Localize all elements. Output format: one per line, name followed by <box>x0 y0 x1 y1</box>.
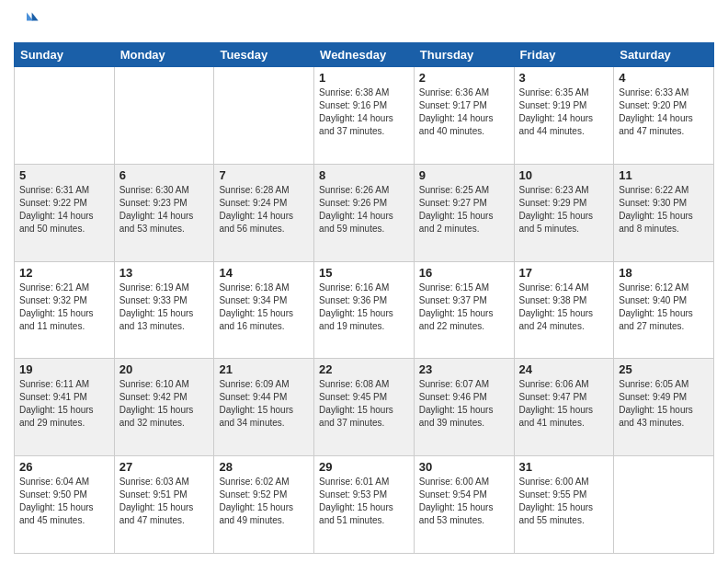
col-header-wednesday: Wednesday <box>314 43 415 67</box>
day-number: 17 <box>519 266 609 280</box>
svg-marker-0 <box>32 13 39 21</box>
cal-cell: 4Sunrise: 6:33 AM Sunset: 9:20 PM Daylig… <box>614 67 714 165</box>
cal-cell: 31Sunrise: 6:00 AM Sunset: 9:55 PM Dayli… <box>514 456 614 554</box>
day-number: 11 <box>619 168 709 182</box>
col-header-thursday: Thursday <box>414 43 514 67</box>
cal-cell: 18Sunrise: 6:12 AM Sunset: 9:40 PM Dayli… <box>614 261 714 359</box>
cal-cell: 20Sunrise: 6:10 AM Sunset: 9:42 PM Dayli… <box>114 359 214 456</box>
cal-cell: 13Sunrise: 6:19 AM Sunset: 9:33 PM Dayli… <box>114 261 214 359</box>
cal-cell: 3Sunrise: 6:35 AM Sunset: 9:19 PM Daylig… <box>514 67 614 165</box>
day-info: Sunrise: 6:28 AM Sunset: 9:24 PM Dayligh… <box>219 184 309 236</box>
cal-cell: 16Sunrise: 6:15 AM Sunset: 9:37 PM Dayli… <box>414 261 514 359</box>
day-info: Sunrise: 6:33 AM Sunset: 9:20 PM Dayligh… <box>619 86 709 138</box>
day-info: Sunrise: 6:12 AM Sunset: 9:40 PM Dayligh… <box>619 282 709 333</box>
day-info: Sunrise: 6:30 AM Sunset: 9:23 PM Dayligh… <box>119 184 210 236</box>
cal-cell: 10Sunrise: 6:23 AM Sunset: 9:29 PM Dayli… <box>514 164 614 261</box>
day-info: Sunrise: 6:22 AM Sunset: 9:30 PM Dayligh… <box>619 184 709 236</box>
day-number: 26 <box>19 460 109 474</box>
day-number: 18 <box>619 266 709 280</box>
day-info: Sunrise: 6:00 AM Sunset: 9:54 PM Dayligh… <box>419 476 509 527</box>
day-info: Sunrise: 6:26 AM Sunset: 9:26 PM Dayligh… <box>319 184 409 236</box>
day-number: 25 <box>619 362 709 376</box>
col-header-friday: Friday <box>514 43 614 67</box>
cal-cell: 22Sunrise: 6:08 AM Sunset: 9:45 PM Dayli… <box>314 359 415 456</box>
cal-cell: 30Sunrise: 6:00 AM Sunset: 9:54 PM Dayli… <box>414 456 514 554</box>
cal-cell <box>15 67 115 165</box>
day-number: 8 <box>319 168 409 182</box>
day-number: 31 <box>519 460 609 474</box>
cal-cell: 5Sunrise: 6:31 AM Sunset: 9:22 PM Daylig… <box>15 164 115 261</box>
day-info: Sunrise: 6:02 AM Sunset: 9:52 PM Dayligh… <box>219 476 309 527</box>
cal-cell: 8Sunrise: 6:26 AM Sunset: 9:26 PM Daylig… <box>314 164 415 261</box>
logo <box>14 9 41 35</box>
day-number: 4 <box>619 71 709 85</box>
day-number: 16 <box>419 266 509 280</box>
cal-cell: 21Sunrise: 6:09 AM Sunset: 9:44 PM Dayli… <box>214 359 314 456</box>
day-number: 13 <box>119 266 210 280</box>
day-number: 3 <box>519 71 609 85</box>
cal-cell: 15Sunrise: 6:16 AM Sunset: 9:36 PM Dayli… <box>314 261 415 359</box>
day-info: Sunrise: 6:31 AM Sunset: 9:22 PM Dayligh… <box>19 184 109 236</box>
cal-cell: 23Sunrise: 6:07 AM Sunset: 9:46 PM Dayli… <box>414 359 514 456</box>
cal-cell: 19Sunrise: 6:11 AM Sunset: 9:41 PM Dayli… <box>15 359 115 456</box>
day-number: 30 <box>419 460 509 474</box>
header <box>14 9 714 35</box>
page: SundayMondayTuesdayWednesdayThursdayFrid… <box>0 0 728 563</box>
day-number: 5 <box>19 168 109 182</box>
day-number: 12 <box>19 266 109 280</box>
day-number: 24 <box>519 362 609 376</box>
day-info: Sunrise: 6:05 AM Sunset: 9:49 PM Dayligh… <box>619 378 709 430</box>
day-number: 19 <box>19 362 109 376</box>
cal-cell: 26Sunrise: 6:04 AM Sunset: 9:50 PM Dayli… <box>15 456 115 554</box>
day-number: 9 <box>419 168 509 182</box>
day-number: 1 <box>319 71 409 85</box>
cal-cell <box>614 456 714 554</box>
day-info: Sunrise: 6:09 AM Sunset: 9:44 PM Dayligh… <box>219 378 309 430</box>
day-info: Sunrise: 6:21 AM Sunset: 9:32 PM Dayligh… <box>19 282 109 333</box>
day-info: Sunrise: 6:01 AM Sunset: 9:53 PM Dayligh… <box>319 476 409 527</box>
day-info: Sunrise: 6:15 AM Sunset: 9:37 PM Dayligh… <box>419 282 509 333</box>
day-number: 14 <box>219 266 309 280</box>
col-header-tuesday: Tuesday <box>214 43 314 67</box>
cal-cell <box>114 67 214 165</box>
cal-cell: 12Sunrise: 6:21 AM Sunset: 9:32 PM Dayli… <box>15 261 115 359</box>
cal-cell: 24Sunrise: 6:06 AM Sunset: 9:47 PM Dayli… <box>514 359 614 456</box>
cal-cell: 9Sunrise: 6:25 AM Sunset: 9:27 PM Daylig… <box>414 164 514 261</box>
cal-cell: 7Sunrise: 6:28 AM Sunset: 9:24 PM Daylig… <box>214 164 314 261</box>
day-number: 6 <box>119 168 210 182</box>
day-number: 10 <box>519 168 609 182</box>
day-number: 15 <box>319 266 409 280</box>
calendar-table: SundayMondayTuesdayWednesdayThursdayFrid… <box>14 42 714 554</box>
day-info: Sunrise: 6:38 AM Sunset: 9:16 PM Dayligh… <box>319 86 409 138</box>
col-header-sunday: Sunday <box>15 43 115 67</box>
day-number: 21 <box>219 362 309 376</box>
cal-cell: 6Sunrise: 6:30 AM Sunset: 9:23 PM Daylig… <box>114 164 214 261</box>
cal-cell: 1Sunrise: 6:38 AM Sunset: 9:16 PM Daylig… <box>314 67 415 165</box>
day-number: 7 <box>219 168 309 182</box>
cal-cell <box>214 67 314 165</box>
day-info: Sunrise: 6:35 AM Sunset: 9:19 PM Dayligh… <box>519 86 609 138</box>
day-number: 27 <box>119 460 210 474</box>
day-info: Sunrise: 6:16 AM Sunset: 9:36 PM Dayligh… <box>319 282 409 333</box>
day-number: 20 <box>119 362 210 376</box>
cal-cell: 25Sunrise: 6:05 AM Sunset: 9:49 PM Dayli… <box>614 359 714 456</box>
logo-icon <box>14 9 40 35</box>
day-info: Sunrise: 6:23 AM Sunset: 9:29 PM Dayligh… <box>519 184 609 236</box>
cal-cell: 11Sunrise: 6:22 AM Sunset: 9:30 PM Dayli… <box>614 164 714 261</box>
day-info: Sunrise: 6:19 AM Sunset: 9:33 PM Dayligh… <box>119 282 210 333</box>
day-info: Sunrise: 6:06 AM Sunset: 9:47 PM Dayligh… <box>519 378 609 430</box>
day-info: Sunrise: 6:08 AM Sunset: 9:45 PM Dayligh… <box>319 378 409 430</box>
day-info: Sunrise: 6:04 AM Sunset: 9:50 PM Dayligh… <box>19 476 109 527</box>
day-info: Sunrise: 6:00 AM Sunset: 9:55 PM Dayligh… <box>519 476 609 527</box>
cal-cell: 17Sunrise: 6:14 AM Sunset: 9:38 PM Dayli… <box>514 261 614 359</box>
cal-cell: 27Sunrise: 6:03 AM Sunset: 9:51 PM Dayli… <box>114 456 214 554</box>
cal-cell: 14Sunrise: 6:18 AM Sunset: 9:34 PM Dayli… <box>214 261 314 359</box>
day-info: Sunrise: 6:18 AM Sunset: 9:34 PM Dayligh… <box>219 282 309 333</box>
col-header-saturday: Saturday <box>614 43 714 67</box>
day-info: Sunrise: 6:14 AM Sunset: 9:38 PM Dayligh… <box>519 282 609 333</box>
cal-cell: 28Sunrise: 6:02 AM Sunset: 9:52 PM Dayli… <box>214 456 314 554</box>
day-info: Sunrise: 6:11 AM Sunset: 9:41 PM Dayligh… <box>19 378 109 430</box>
day-number: 23 <box>419 362 509 376</box>
day-number: 29 <box>319 460 409 474</box>
cal-cell: 29Sunrise: 6:01 AM Sunset: 9:53 PM Dayli… <box>314 456 415 554</box>
